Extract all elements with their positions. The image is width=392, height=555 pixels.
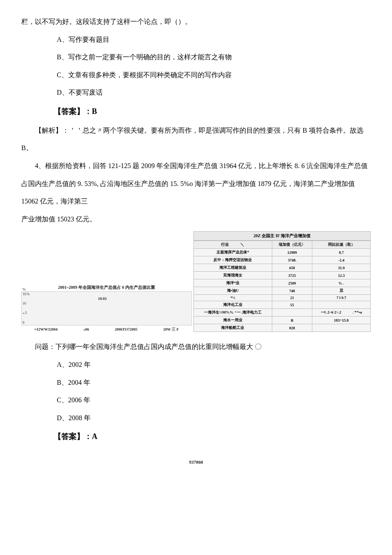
table-cell: -2.4 [312,256,371,264]
q4-answer: 【答案】：A [21,427,371,447]
table-body: 主茵海湃产业总体*129898.7反中：海押交谊运物业3748.-2.4海泮工程… [194,249,371,332]
table-cell [272,309,312,317]
x-label: ∞I2WW32004 [34,327,58,332]
table-cell: 828 [272,324,312,332]
chart-body: 10.% 10 «.5 9 10.03 % [21,291,192,325]
table-row: 海•油U748豆 [194,287,371,295]
table-cell: 12.3 [312,272,371,279]
table-row: 宾海强海女372512.3 [194,272,371,279]
table-row: 主茵海湃产业总体*129898.7 [194,249,371,256]
q4-option-c: C、2006 年 [21,391,371,409]
th-value: 埴加值（亿元〉 [272,241,312,249]
table-row: 海泮工程建筑业65831.9 [194,264,371,272]
table-cell: 3725 [272,272,312,279]
q4-stem-line1: 4、根据所给资料，回答 121-125 题 2009 年全国海洋生产总值 319… [21,157,371,210]
table-block: 20Z 全国主 IF 海沣产业增加值 行业 ＼ 埴加值（亿元〉 同比比速（取） … [193,231,371,332]
chart-block: 2001~2009 年全国海洋生产总值占 0 内生产总值比重 10.% 10 «… [21,284,192,332]
q4-option-a: A、2002 年 [21,356,371,374]
table-row: 反中：海押交谊运物业3748.-2.4 [194,256,371,264]
table-cell: 一l .2~6 2>.2 .'**•n [312,309,371,317]
table-row: 海泮船舵工业828 [194,324,371,332]
intro-fragment: 栏，以不写为好。这段话支持了这样一个论点，即（）。 [21,13,371,31]
q3-option-d: D、不要写废话 [21,84,371,102]
th-industry: 行业 ＼ [194,241,272,249]
table-cell: 8.7 [312,249,371,256]
table-row: 海泮化工业55 [194,301,371,309]
x-label: 20W 三 F [163,327,179,332]
x-label: 2006TO72005 [115,327,137,332]
chart-title: 2001~2009 年全国海洋生产总值占 0 内生产总值比重 [21,284,192,291]
table-cell: 海•油U [194,287,272,295]
table-header-row: 行业 ＼ 埴加值（亿元〉 同比比速（取） [194,241,371,249]
y-tick: 10.% [23,292,30,296]
x-label: «06 [83,327,89,332]
q3-answer: 【答案】：B [21,102,371,122]
y-tick: 10 [23,301,30,306]
q4-question: 问题：下列哪一年全国海洋生产总值占国内成产总值的比重同比增幅最大 〇 [21,338,371,356]
table-cell: 主茵海湃产业总体* [194,249,272,256]
th-rate: 同比比速（取） [312,241,371,249]
q4-option-b: B、2004 年 [21,374,371,392]
chart-y-unit: % [23,287,26,292]
data-table: 20Z 全国主 IF 海沣产业增加值 行业 ＼ 埴加值（亿元〉 同比比速（取） … [193,231,371,332]
table-cell: 海泮工程建筑业 [194,264,272,272]
y-tick: 9 [23,320,30,325]
table-cell: 反中：海押交谊运物业 [194,256,272,264]
table-cell: 2509 [272,279,312,287]
table-cell [312,301,371,309]
table-caption: 20Z 全国主 IF 海沣产业增加值 [193,231,371,241]
table-cell: % . [312,279,371,287]
table-cell: 3748. [272,256,312,264]
figure-area: 2001~2009 年全国海洋生产总值占 0 内生产总值比重 10.% 10 «… [21,231,371,332]
page-container: 栏，以不写为好。这段话支持了这样一个论点，即（）。 A、写作要有题目 B、写作之… [0,0,392,477]
table-cell: 55 [272,301,312,309]
table-row: 一海泮生½M%% ^一 .海泮电力工一l .2~6 2>.2 .'**•n [194,309,371,317]
table-cell: 21 [272,295,312,301]
q3-analysis: 【解析】：＇＇总之〃两个字很关键。要有所为而作，即是强调写作的目的性要强，只有 … [21,122,371,157]
table-cell: R [272,317,312,324]
q4-option-d: D、2008 年 [21,409,371,427]
y-tick: «.5 [23,311,30,315]
table-cell: 183^15.8 [312,317,371,324]
q3-option-c: C、文章有很多种类，要根据不同种类确定不同的写作内容 [21,66,371,84]
table-cell [312,324,371,332]
table-cell: 海泮*业 [194,279,272,287]
chart-x-axis: ∞I2WW32004 «06 2006TO72005 20W 三 F [21,325,192,332]
table-cell: *½ [194,295,272,301]
table-cell: 海泮船舵工业 [194,324,272,332]
table-cell: 豆 [312,287,371,295]
table-cell: 748 [272,287,312,295]
table-cell: 宾海强海女 [194,272,272,279]
page-number: 937868 [21,459,371,465]
table-row: 海泮*业2509% . [194,279,371,287]
table-cell: 海泮化工业 [194,301,272,309]
q3-option-b: B、写作之前一定要有一个明确的目的，这样才能言之有物 [21,48,371,66]
table-cell: 12989 [272,249,312,256]
q3-option-a: A、写作要有题目 [21,31,371,49]
table-cell: 海水一用业 [194,317,272,324]
table-row: 海水一用业R183^15.8 [194,317,371,324]
table-cell: 658 [272,264,312,272]
table-cell: 一海泮生½M%% ^一 .海泮电力工 [194,309,272,317]
table-row: *½217 l 9.7 [194,295,371,301]
chart-bar-label: 10.03 [98,296,107,302]
table-cell: 31.9 [312,264,371,272]
chart-y-axis: 10.% 10 «.5 9 [23,292,30,325]
q4-stem-line2: 产业增加值 15023 亿元。 [21,210,371,228]
table-cell: 7 l 9.7 [312,295,371,301]
